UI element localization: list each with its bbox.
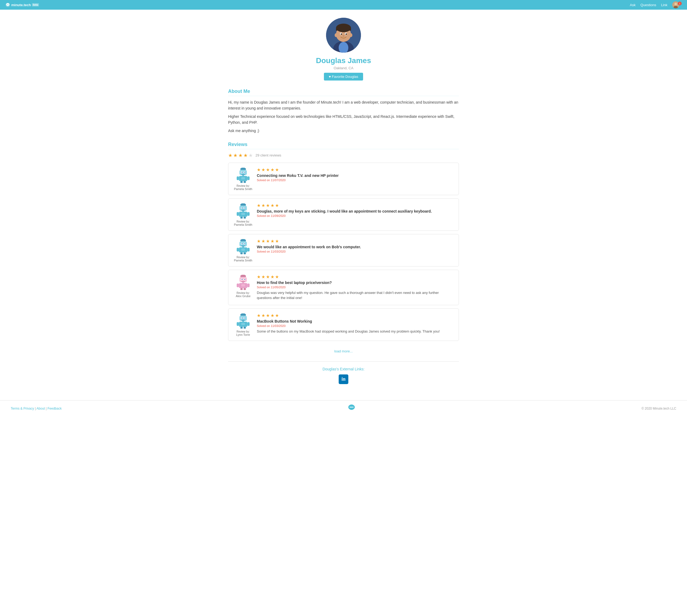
reviews-header: ★ ★ ★ ★ ★ 29 client reviews — [228, 152, 459, 158]
svg-rect-31 — [242, 175, 244, 176]
review-body: Some of the buttons on my MacBook had st… — [257, 329, 453, 334]
svg-rect-90 — [241, 320, 245, 321]
reviewer-label: Review by: — [234, 330, 252, 333]
review-card: Review by: Alex Grube ★★★★★ How to find … — [228, 270, 459, 305]
review-stars: ★★★★★ — [257, 167, 453, 172]
svg-rect-79 — [237, 283, 239, 287]
review-stars: ★★★★★ — [257, 239, 453, 244]
reviewer-name: Lynn Torre — [234, 333, 252, 336]
svg-rect-84 — [241, 313, 245, 315]
svg-point-101 — [351, 406, 352, 408]
nav-questions[interactable]: Questions — [641, 3, 657, 7]
review-star-1: ★ — [257, 203, 261, 208]
review-title: MacBook Buttons Not Working — [257, 319, 453, 324]
review-stars: ★★★★★ — [257, 203, 453, 208]
svg-point-44 — [244, 207, 245, 208]
favorite-button[interactable]: ♥ Favorite Douglas — [324, 73, 363, 81]
svg-rect-97 — [244, 327, 246, 329]
review-star-3: ★ — [266, 167, 270, 172]
svg-rect-95 — [247, 322, 249, 326]
star-1: ★ — [228, 152, 232, 158]
svg-rect-78 — [241, 284, 245, 287]
review-stars: ★★★★★ — [257, 313, 453, 318]
svg-rect-76 — [242, 282, 244, 283]
svg-point-28 — [242, 172, 242, 173]
svg-point-4 — [7, 4, 8, 5]
review-star-3: ★ — [266, 274, 270, 280]
review-star-3: ★ — [266, 313, 270, 318]
notification-badge[interactable]: 1 — [678, 2, 682, 5]
reviewer-label: Review by: — [234, 256, 252, 259]
nav-link[interactable]: Link — [661, 3, 667, 7]
external-links: Douglas's External Links: in — [228, 361, 459, 384]
footer-feedback[interactable]: Feedback — [47, 406, 62, 411]
svg-rect-91 — [242, 321, 244, 322]
review-count: 29 client reviews — [256, 153, 281, 157]
external-links-title: Douglas's External Links: — [228, 367, 459, 371]
svg-rect-34 — [237, 176, 239, 180]
review-star-2: ★ — [261, 313, 265, 318]
review-title: We would like an appointment to work on … — [257, 245, 453, 249]
load-more-link[interactable]: load more... — [334, 349, 353, 353]
star-2: ★ — [233, 152, 238, 158]
review-star-1: ★ — [257, 274, 261, 280]
robot-icon — [235, 313, 251, 329]
review-star-5: ★ — [275, 239, 279, 244]
svg-rect-36 — [240, 181, 243, 183]
reviewer-name: Pamela Smith — [234, 259, 252, 262]
svg-rect-67 — [244, 252, 246, 254]
reviewer-avatar: Review by: Lynn Torre — [234, 313, 252, 336]
footer-about[interactable]: About — [37, 406, 45, 411]
svg-point-89 — [244, 317, 245, 318]
profile-header: Douglas James Oakland, CA ♥ Favorite Dou… — [228, 18, 459, 81]
nav-ask[interactable]: Ask — [630, 3, 636, 7]
main-container: Douglas James Oakland, CA ♥ Favorite Dou… — [223, 10, 464, 400]
review-card: Review by: Pamela Smith ★★★★★ Douglas, m… — [228, 198, 459, 231]
svg-rect-82 — [244, 288, 246, 290]
review-star-4: ★ — [270, 167, 274, 172]
svg-point-19 — [346, 34, 347, 35]
star-3: ★ — [238, 152, 243, 158]
review-title: How to find the best laptop price/versio… — [257, 281, 453, 285]
review-title: Connecting new Roku T.V. and new HP prin… — [257, 173, 453, 178]
about-para-1: Hi, my name is Douglas James and I am th… — [228, 99, 459, 111]
robot-icon — [235, 239, 251, 255]
footer-right: © 2020 Minute.tech LLC — [641, 406, 676, 411]
review-stars: ★★★★★ — [257, 274, 453, 280]
svg-point-7 — [674, 3, 677, 5]
linkedin-icon: in — [339, 374, 348, 384]
svg-rect-60 — [241, 246, 245, 246]
svg-rect-75 — [241, 281, 245, 282]
review-star-5: ★ — [275, 167, 279, 172]
review-star-2: ★ — [261, 274, 265, 280]
svg-point-43 — [242, 207, 242, 208]
svg-point-102 — [352, 406, 353, 408]
review-star-4: ★ — [270, 239, 274, 244]
svg-point-59 — [244, 243, 245, 244]
svg-rect-61 — [242, 246, 244, 247]
footer-terms[interactable]: Terms & Privacy — [11, 406, 34, 411]
review-body: Douglas was very helpful with my questio… — [257, 290, 453, 301]
svg-point-74 — [244, 279, 245, 280]
svg-rect-96 — [240, 327, 243, 329]
svg-rect-24 — [241, 168, 245, 169]
review-date: Solved on 11/07/2020 — [257, 178, 453, 182]
footer-chat-icon — [348, 404, 356, 413]
review-star-3: ★ — [266, 203, 270, 208]
navbar: minute.tech beta Ask Questions Link 1 — [0, 0, 687, 10]
robot-icon — [235, 274, 251, 290]
review-star-2: ★ — [261, 203, 265, 208]
svg-rect-54 — [241, 239, 245, 241]
review-content: ★★★★★ Douglas, more of my keys are stick… — [257, 203, 453, 219]
review-content: ★★★★★ Connecting new Roku T.V. and new H… — [257, 167, 453, 183]
review-date: Solved on 11/09/2020 — [257, 214, 453, 217]
reviewer-avatar: Review by: Pamela Smith — [234, 203, 252, 226]
reviews-section: Reviews ★ ★ ★ ★ ★ 29 client reviews — [228, 142, 459, 341]
svg-point-100 — [350, 406, 351, 408]
review-star-5: ★ — [275, 313, 279, 318]
svg-rect-64 — [237, 248, 239, 251]
linkedin-link[interactable]: in — [339, 377, 348, 381]
svg-point-5 — [8, 4, 9, 5]
about-para-2: Higher Technical experience focused on w… — [228, 113, 459, 126]
logo-icon — [5, 2, 10, 7]
